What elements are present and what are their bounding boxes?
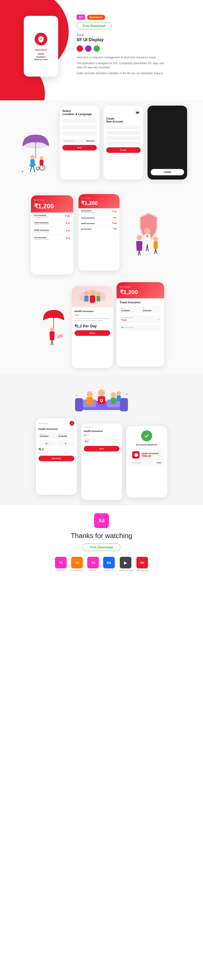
footer-icon-item-6: Bē Behance.png xyxy=(136,557,148,571)
sec-item-1[interactable]: 2a Insurance active until 01.02.2020 ₹ 3… xyxy=(78,208,120,215)
svg-point-54 xyxy=(75,395,77,396)
svg-point-8 xyxy=(40,156,43,160)
svg-line-26 xyxy=(139,251,141,255)
insurance-amount-main: ₹1,200 xyxy=(34,202,70,210)
select-input-2[interactable] xyxy=(62,125,97,129)
svg-point-49 xyxy=(101,399,102,401)
swatch-green xyxy=(94,45,100,52)
sec-item-3[interactable]: Health Insurance ₹ 400 xyxy=(78,221,120,226)
hero-section: Swissfund InstantInsuranceBuild on Trust… xyxy=(0,0,203,100)
my-insurance-label: My Insurance xyxy=(34,199,45,201)
health-form-phone-1: My Insurance + Health Insurance Date Fro… xyxy=(36,418,77,495)
svg-point-13 xyxy=(25,175,26,176)
health-insurance-detail-phone: Health Insurance ₹ 200 Lorem ipsum dolor… xyxy=(72,286,113,368)
hero-phone-card: Swissfund InstantInsuranceBuild on Trust xyxy=(24,16,58,76)
create-account-screen: 📷 CreateNew Account Create xyxy=(104,106,143,180)
footer-icon-label-3: 1-25 ios xyxy=(90,570,96,571)
language-value: ENGLISH ▾ xyxy=(86,140,94,142)
checkout-btn[interactable]: Checkout xyxy=(38,456,74,461)
health-share-btn[interactable]: Share xyxy=(75,330,110,336)
travel-ins-title: Travel Insurance xyxy=(120,301,161,304)
footer-icon-item-2: Xd 1-25 android ui xyxy=(71,557,83,571)
insurance-details-section: Health Insurance ₹ 200 Lorem ipsum dolor… xyxy=(0,280,203,374)
footer-xd-box-3: Xd xyxy=(87,557,99,568)
success-payment-phone: Successful payment! Health Insurance ₹35… xyxy=(126,426,167,497)
next-button[interactable]: Next xyxy=(62,145,97,151)
svg-point-14 xyxy=(144,228,150,234)
insurance-item-health[interactable]: Health Insurance Active until 12.04.2020… xyxy=(31,228,73,235)
footer-icon-item-4: Bē behance.nt xyxy=(103,557,115,571)
color-swatches xyxy=(77,45,182,52)
swatch-purple xyxy=(85,45,91,52)
insurance-list-section: My Insurance ≡ ₹1,200 Car Insurance Acti… xyxy=(0,190,203,280)
free-download-btn[interactable]: Free Download xyxy=(77,22,112,29)
svg-point-11 xyxy=(36,167,39,170)
next-btn-health[interactable]: Next xyxy=(84,446,120,452)
create-input-1[interactable] xyxy=(106,126,141,129)
sec-item-2[interactable]: Travel Insurance ₹ 57 xyxy=(78,215,120,221)
svg-rect-35 xyxy=(84,296,88,302)
success-title: Successful payment! xyxy=(136,444,157,446)
select-input-3[interactable] xyxy=(62,132,97,136)
svg-line-7 xyxy=(34,167,35,172)
travel-insurance-phone: My Insurance ₹1,200 Travel Insurance Fro… xyxy=(117,282,164,367)
footer-behance-png-box: Bē xyxy=(136,557,148,568)
select-location-screen: SelectLocation & Language LANGUAGE ENGLI… xyxy=(60,106,99,180)
success-check-icon xyxy=(141,430,152,441)
svg-rect-42 xyxy=(120,398,128,411)
footer-icon-label-6: Behance.png xyxy=(137,570,148,571)
svg-rect-37 xyxy=(90,296,95,303)
svg-point-50 xyxy=(111,392,116,398)
select-input-1[interactable] xyxy=(62,119,97,123)
footer-download-btn[interactable]: Free Download xyxy=(83,544,120,551)
insurance-list-phone-secondary: My Insurance ₹1,200 2a Insurance active … xyxy=(78,194,120,270)
footer-icon-label-5: videotample.mp4 xyxy=(119,570,132,571)
create-account-title: CreateNew Account xyxy=(106,117,141,123)
health-ins-amount: ₹ 200 xyxy=(75,314,110,316)
svg-rect-53 xyxy=(117,396,121,401)
select-screen-title: SelectLocation & Language xyxy=(62,109,97,116)
insurance-item-life[interactable]: Life Insurance Active until 09.01.2020 ₹… xyxy=(31,235,73,242)
xd-badge: Xd xyxy=(77,14,85,20)
footer-behance-box: Bē xyxy=(103,557,115,568)
health-form-phone-2: My Insurance Health Insurance New ✓ Per … xyxy=(81,423,122,500)
svg-point-38 xyxy=(96,292,100,296)
brand-name: Swissfund xyxy=(35,49,47,51)
hero-badges-row: Xd Animation xyxy=(77,14,182,20)
footer-xd-box-1: Xd xyxy=(55,557,67,568)
paypal-option[interactable]: P xyxy=(57,441,74,446)
svg-line-6 xyxy=(30,167,32,172)
create-input-2[interactable] xyxy=(106,131,141,135)
font-label: Font xyxy=(77,33,182,37)
create-input-4[interactable] xyxy=(106,142,141,145)
success-amount: ₹356.00 xyxy=(142,455,158,458)
svg-point-20 xyxy=(153,237,158,241)
svg-point-52 xyxy=(117,391,121,396)
svg-point-24 xyxy=(137,235,142,240)
svg-line-23 xyxy=(156,249,157,253)
mastercard-option[interactable]: MC xyxy=(38,441,56,446)
footer-icon-label-4: behance.nt xyxy=(104,570,113,571)
hero-right-content: Xd Animation Free Download Font SF UI Di… xyxy=(77,14,182,75)
svg-rect-21 xyxy=(153,241,158,249)
swatch-red xyxy=(77,45,83,52)
health-price-per-day: ₹1,2 Per Day xyxy=(75,324,110,328)
phone-tagline: InstantInsuranceBuild on Trust xyxy=(34,53,48,61)
health-insurance-forms-section: My Insurance + Health Insurance Date Fro… xyxy=(0,374,203,505)
animation-badge: Animation xyxy=(87,15,105,20)
svg-point-2 xyxy=(30,155,35,159)
svg-point-36 xyxy=(90,290,95,296)
health-phones-row: My Insurance + Health Insurance Date Fro… xyxy=(36,418,167,500)
footer-icon-item-5: ▶ videotample.mp4 xyxy=(119,557,132,571)
login-button[interactable]: LOGIN xyxy=(151,169,184,175)
create-btn[interactable]: Create xyxy=(106,147,141,153)
illus-family-sofa xyxy=(72,380,131,414)
insurance-item-travel[interactable]: Travel Insurance Active until 13.02.2020… xyxy=(31,220,73,228)
sec-item-4[interactable]: 2a Insurance ₹ 92 xyxy=(78,226,120,232)
insurance-item-car[interactable]: Car Insurance Active until 15.04.2020 ₹ … xyxy=(31,213,73,220)
footer-title: Thanks for watching xyxy=(71,532,133,540)
create-input-3[interactable] xyxy=(106,136,141,140)
svg-point-55 xyxy=(126,393,128,395)
health-ins-title: Health Insurance xyxy=(75,310,110,313)
svg-point-34 xyxy=(84,291,88,296)
